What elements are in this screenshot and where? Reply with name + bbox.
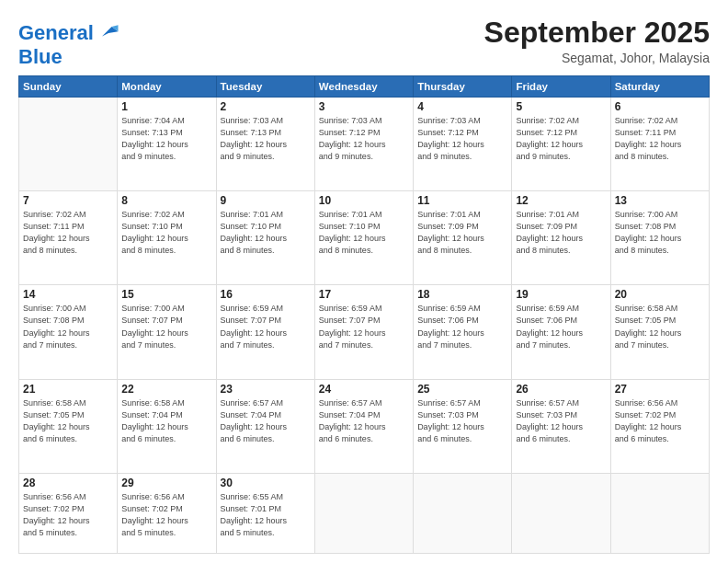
day-info: Sunrise: 7:01 AMSunset: 7:10 PMDaylight:… — [221, 209, 311, 257]
table-row: 19Sunrise: 6:59 AMSunset: 7:06 PMDayligh… — [512, 285, 610, 379]
table-row — [610, 473, 709, 553]
table-row: 2Sunrise: 7:03 AMSunset: 7:13 PMDaylight… — [216, 98, 314, 191]
day-info: Sunrise: 6:57 AMSunset: 7:03 PMDaylight:… — [516, 397, 606, 445]
col-monday: Monday — [118, 76, 216, 98]
table-row: 28Sunrise: 6:56 AMSunset: 7:02 PMDayligh… — [19, 473, 118, 553]
day-number: 10 — [319, 194, 409, 207]
day-number: 17 — [319, 288, 409, 301]
day-info: Sunrise: 7:00 AMSunset: 7:08 PMDaylight:… — [615, 209, 705, 257]
day-info: Sunrise: 7:00 AMSunset: 7:07 PMDaylight:… — [121, 303, 211, 350]
table-row: 20Sunrise: 6:58 AMSunset: 7:05 PMDayligh… — [610, 285, 709, 379]
table-row: 16Sunrise: 6:59 AMSunset: 7:07 PMDayligh… — [216, 285, 314, 379]
table-row: 29Sunrise: 6:56 AMSunset: 7:02 PMDayligh… — [118, 473, 216, 553]
table-row: 3Sunrise: 7:03 AMSunset: 7:12 PMDaylight… — [314, 98, 413, 191]
day-info: Sunrise: 7:02 AMSunset: 7:11 PMDaylight:… — [615, 115, 705, 163]
col-thursday: Thursday — [414, 76, 512, 98]
day-info: Sunrise: 6:57 AMSunset: 7:03 PMDaylight:… — [417, 397, 507, 445]
col-tuesday: Tuesday — [216, 76, 314, 98]
col-sunday: Sunday — [19, 76, 118, 98]
logo-line2: Blue — [18, 45, 63, 68]
day-number: 23 — [221, 383, 311, 396]
table-row: 30Sunrise: 6:55 AMSunset: 7:01 PMDayligh… — [216, 473, 314, 553]
day-number: 27 — [615, 383, 705, 396]
day-info: Sunrise: 6:59 AMSunset: 7:06 PMDaylight:… — [417, 303, 507, 350]
table-row: 8Sunrise: 7:02 AMSunset: 7:10 PMDaylight… — [118, 191, 216, 285]
table-row: 1Sunrise: 7:04 AMSunset: 7:13 PMDaylight… — [118, 98, 216, 191]
day-info: Sunrise: 7:04 AMSunset: 7:13 PMDaylight:… — [121, 115, 211, 163]
day-info: Sunrise: 6:56 AMSunset: 7:02 PMDaylight:… — [23, 491, 113, 539]
table-row: 25Sunrise: 6:57 AMSunset: 7:03 PMDayligh… — [414, 379, 512, 473]
day-number: 9 — [221, 194, 311, 207]
day-info: Sunrise: 6:58 AMSunset: 7:05 PMDaylight:… — [615, 303, 705, 350]
day-number: 20 — [615, 288, 705, 301]
day-info: Sunrise: 6:59 AMSunset: 7:07 PMDaylight:… — [221, 303, 311, 350]
day-number: 6 — [615, 100, 705, 113]
day-info: Sunrise: 7:00 AMSunset: 7:08 PMDaylight:… — [23, 303, 113, 350]
day-info: Sunrise: 7:03 AMSunset: 7:12 PMDaylight:… — [319, 115, 409, 163]
table-row: 26Sunrise: 6:57 AMSunset: 7:03 PMDayligh… — [512, 379, 610, 473]
day-info: Sunrise: 7:03 AMSunset: 7:13 PMDaylight:… — [221, 115, 311, 163]
table-row: 15Sunrise: 7:00 AMSunset: 7:07 PMDayligh… — [118, 285, 216, 379]
day-number: 5 — [516, 100, 606, 113]
day-info: Sunrise: 7:02 AMSunset: 7:10 PMDaylight:… — [121, 209, 211, 257]
logo: General Blue — [18, 20, 121, 68]
day-info: Sunrise: 6:56 AMSunset: 7:02 PMDaylight:… — [121, 491, 211, 539]
table-row: 14Sunrise: 7:00 AMSunset: 7:08 PMDayligh… — [19, 285, 118, 379]
table-row: 6Sunrise: 7:02 AMSunset: 7:11 PMDaylight… — [610, 98, 709, 191]
page: General Blue September 2025 Segamat, Joh… — [0, 0, 728, 563]
day-info: Sunrise: 6:58 AMSunset: 7:05 PMDaylight:… — [23, 397, 113, 445]
table-row: 12Sunrise: 7:01 AMSunset: 7:09 PMDayligh… — [512, 191, 610, 285]
day-info: Sunrise: 6:55 AMSunset: 7:01 PMDaylight:… — [221, 491, 311, 539]
table-row: 11Sunrise: 7:01 AMSunset: 7:09 PMDayligh… — [414, 191, 512, 285]
table-row — [512, 473, 610, 553]
table-row: 22Sunrise: 6:58 AMSunset: 7:04 PMDayligh… — [118, 379, 216, 473]
title-block: September 2025 Segamat, Johor, Malaysia — [484, 17, 710, 65]
table-row: 27Sunrise: 6:56 AMSunset: 7:02 PMDayligh… — [610, 379, 709, 473]
logo-text: General — [18, 22, 94, 44]
day-number: 30 — [221, 477, 311, 489]
calendar-header-row: Sunday Monday Tuesday Wednesday Thursday… — [19, 76, 710, 98]
day-number: 16 — [221, 288, 311, 301]
logo-icon — [96, 20, 121, 46]
day-info: Sunrise: 6:59 AMSunset: 7:07 PMDaylight:… — [319, 303, 409, 350]
day-number: 13 — [615, 194, 705, 207]
day-number: 19 — [516, 288, 606, 301]
day-info: Sunrise: 7:01 AMSunset: 7:09 PMDaylight:… — [417, 209, 507, 257]
day-info: Sunrise: 7:03 AMSunset: 7:12 PMDaylight:… — [417, 115, 507, 163]
day-info: Sunrise: 7:01 AMSunset: 7:09 PMDaylight:… — [516, 209, 606, 257]
day-number: 4 — [417, 100, 507, 113]
day-info: Sunrise: 6:59 AMSunset: 7:06 PMDaylight:… — [516, 303, 606, 350]
table-row: 9Sunrise: 7:01 AMSunset: 7:10 PMDaylight… — [216, 191, 314, 285]
table-row: 21Sunrise: 6:58 AMSunset: 7:05 PMDayligh… — [19, 379, 118, 473]
day-info: Sunrise: 7:02 AMSunset: 7:12 PMDaylight:… — [516, 115, 606, 163]
table-row — [314, 473, 413, 553]
day-number: 1 — [121, 100, 211, 113]
day-number: 11 — [417, 194, 507, 207]
day-number: 3 — [319, 100, 409, 113]
day-number: 15 — [121, 288, 211, 301]
month-year: September 2025 — [484, 17, 710, 49]
day-number: 2 — [221, 100, 311, 113]
table-row: 7Sunrise: 7:02 AMSunset: 7:11 PMDaylight… — [19, 191, 118, 285]
day-number: 29 — [121, 477, 211, 489]
calendar-table: Sunday Monday Tuesday Wednesday Thursday… — [18, 75, 710, 554]
day-number: 26 — [516, 383, 606, 396]
day-number: 25 — [417, 383, 507, 396]
day-number: 14 — [23, 288, 113, 301]
location: Segamat, Johor, Malaysia — [484, 51, 710, 65]
table-row: 17Sunrise: 6:59 AMSunset: 7:07 PMDayligh… — [314, 285, 413, 379]
day-number: 8 — [121, 194, 211, 207]
day-number: 24 — [319, 383, 409, 396]
table-row: 18Sunrise: 6:59 AMSunset: 7:06 PMDayligh… — [414, 285, 512, 379]
table-row: 13Sunrise: 7:00 AMSunset: 7:08 PMDayligh… — [610, 191, 709, 285]
col-friday: Friday — [512, 76, 610, 98]
day-info: Sunrise: 6:58 AMSunset: 7:04 PMDaylight:… — [121, 397, 211, 445]
col-saturday: Saturday — [610, 76, 709, 98]
table-row: 10Sunrise: 7:01 AMSunset: 7:10 PMDayligh… — [314, 191, 413, 285]
day-number: 22 — [121, 383, 211, 396]
day-number: 12 — [516, 194, 606, 207]
day-info: Sunrise: 6:56 AMSunset: 7:02 PMDaylight:… — [615, 397, 705, 445]
day-info: Sunrise: 7:01 AMSunset: 7:10 PMDaylight:… — [319, 209, 409, 257]
table-row: 5Sunrise: 7:02 AMSunset: 7:12 PMDaylight… — [512, 98, 610, 191]
col-wednesday: Wednesday — [314, 76, 413, 98]
